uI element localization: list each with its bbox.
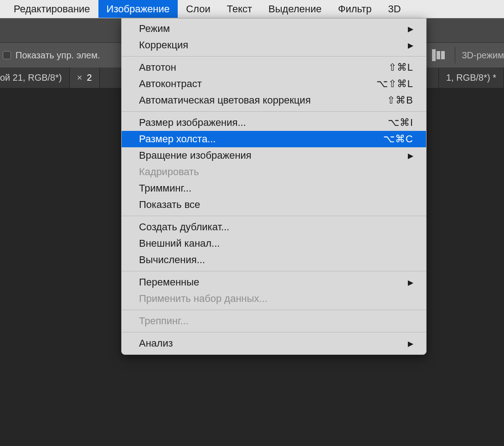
menu-separator: [122, 332, 426, 332]
menu-item-label: Коррекция: [139, 39, 402, 51]
menubar-label: Фильтр: [338, 3, 372, 15]
submenu-arrow-icon: ▶: [408, 25, 413, 33]
menubar-label: Текст: [227, 3, 252, 15]
menu-item-label: Автоматическая цветовая коррекция: [139, 94, 372, 106]
checkbox-icon[interactable]: [3, 51, 11, 59]
menubar-label: Слои: [186, 3, 211, 15]
menu-item-auto-contrast[interactable]: Автоконтраст ⌥⇧⌘L: [122, 76, 426, 92]
menu-item-label: Внешний канал...: [139, 238, 413, 249]
menu-item-label: Кадрировать: [139, 166, 413, 178]
menu-item-reveal-all[interactable]: Показать все: [122, 197, 426, 213]
menu-item-label: Режим: [139, 23, 402, 35]
menubar-item-text[interactable]: Текст: [219, 0, 260, 18]
menu-item-calculations[interactable]: Вычисления...: [122, 252, 426, 268]
mode-3d-label[interactable]: 3D-режим: [462, 50, 504, 61]
document-tab[interactable]: ой 21, RGB/8*): [0, 67, 70, 88]
menu-item-auto-color[interactable]: Автоматическая цветовая коррекция ⇧⌘B: [122, 92, 426, 109]
menu-item-label: Размер холста...: [139, 133, 372, 145]
menubar-item-image[interactable]: Изображение: [98, 0, 178, 18]
menubar-item-edit[interactable]: Редактирование: [0, 0, 98, 18]
menubar: Редактирование Изображение Слои Текст Вы…: [0, 0, 504, 18]
menu-item-shortcut: ⌥⇧⌘L: [372, 78, 413, 90]
menu-item-label: Треппинг...: [139, 315, 413, 327]
close-icon[interactable]: ×: [77, 73, 82, 83]
menu-item-shortcut: ⇧⌘B: [372, 94, 413, 106]
document-tab[interactable]: × 2: [70, 67, 100, 88]
menu-item-label: Анализ: [139, 337, 402, 349]
menubar-label: Выделение: [268, 3, 322, 15]
menu-item-crop: Кадрировать: [122, 164, 426, 180]
document-tab-label: 1, RGB/8*) *: [446, 73, 496, 83]
menubar-item-selection[interactable]: Выделение: [260, 0, 330, 18]
menu-item-label: Автоконтраст: [139, 78, 372, 90]
menu-item-label: Автотон: [139, 62, 372, 73]
menu-item-trim[interactable]: Тримминг...: [122, 180, 426, 197]
menubar-label: Редактирование: [14, 3, 90, 15]
menu-item-analysis[interactable]: Анализ ▶: [122, 335, 426, 352]
menubar-item-layers[interactable]: Слои: [178, 0, 219, 18]
menu-item-apply-data-set: Применить набор данных...: [122, 290, 426, 307]
menu-item-shortcut: ⇧⌘L: [372, 62, 413, 73]
menu-item-label: Вычисления...: [139, 254, 413, 266]
menu-item-apply-image[interactable]: Внешний канал...: [122, 235, 426, 252]
menu-item-shortcut: ⌥⌘I: [372, 117, 413, 129]
submenu-arrow-icon: ▶: [408, 41, 413, 50]
menu-separator: [122, 310, 426, 310]
menu-separator: [122, 56, 426, 57]
menu-item-auto-tone[interactable]: Автотон ⇧⌘L: [122, 59, 426, 76]
view-grid-icon[interactable]: [432, 49, 446, 61]
menu-item-image-size[interactable]: Размер изображения... ⌥⌘I: [122, 114, 426, 131]
menu-item-adjustments[interactable]: Коррекция ▶: [122, 37, 426, 53]
show-controls-option[interactable]: Показать упр. элем.: [0, 50, 100, 61]
menu-item-trap: Треппинг...: [122, 313, 426, 329]
menubar-item-3d[interactable]: 3D: [380, 0, 409, 18]
divider: [455, 47, 455, 63]
document-tab-label: 2: [87, 73, 92, 83]
menu-separator: [122, 111, 426, 112]
document-tab[interactable]: 1, RGB/8*) *: [438, 67, 504, 88]
show-controls-label: Показать упр. элем.: [15, 50, 100, 61]
menu-item-mode[interactable]: Режим ▶: [122, 21, 426, 37]
menu-item-label: Показать все: [139, 199, 413, 211]
menubar-item-filter[interactable]: Фильтр: [330, 0, 380, 18]
menu-separator: [122, 216, 426, 216]
menu-item-label: Применить набор данных...: [139, 293, 413, 305]
menu-item-label: Переменные: [139, 276, 402, 288]
menu-separator: [122, 271, 426, 271]
menubar-label: 3D: [388, 3, 401, 15]
options-bar-right: 3D-режим: [432, 43, 504, 67]
menu-item-shortcut: ⌥⌘C: [372, 133, 413, 145]
menu-item-image-rotation[interactable]: Вращение изображения ▶: [122, 147, 426, 164]
menu-item-duplicate[interactable]: Создать дубликат...: [122, 219, 426, 235]
menubar-label: Изображение: [107, 3, 170, 15]
menu-item-label: Тримминг...: [139, 182, 413, 194]
menu-item-label: Создать дубликат...: [139, 221, 413, 233]
document-tab-label: ой 21, RGB/8*): [0, 73, 62, 83]
menu-item-variables[interactable]: Переменные ▶: [122, 274, 426, 290]
image-menu-dropdown: Режим ▶ Коррекция ▶ Автотон ⇧⌘L Автоконт…: [121, 18, 427, 355]
submenu-arrow-icon: ▶: [408, 151, 413, 160]
submenu-arrow-icon: ▶: [408, 278, 413, 287]
menu-item-label: Вращение изображения: [139, 150, 402, 161]
menu-item-label: Размер изображения...: [139, 117, 372, 129]
submenu-arrow-icon: ▶: [408, 339, 413, 348]
menu-item-canvas-size[interactable]: Размер холста... ⌥⌘C: [122, 131, 426, 147]
